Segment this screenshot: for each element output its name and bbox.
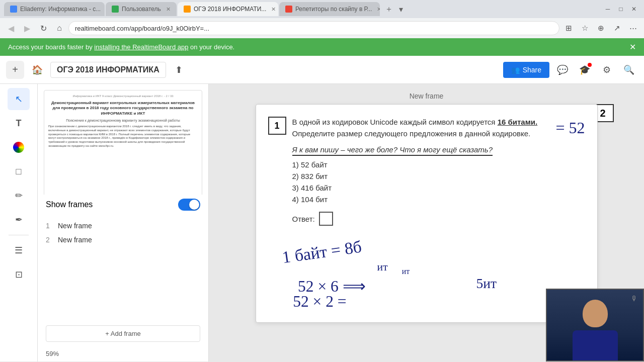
question-text2: Определите размер следующего предложения… [292, 128, 538, 140]
option-4-text: 104 бит [301, 195, 328, 204]
reload-button[interactable]: ↻ [36, 21, 50, 35]
panel-preview: Информатика и ИКТ 9 класс Демонстрационн… [38, 84, 208, 195]
frame-1-number: 1 [46, 222, 54, 230]
preview-subtitle: Пояснения к демонстрационному варианту э… [48, 118, 198, 123]
browser-controls: ◀ ▶ ↻ ⌂ realtimeboard.com/app/board/o9J_… [0, 18, 644, 38]
question-header: 1 В одной из кодировок Unicode каждый си… [268, 117, 585, 139]
sidebar-divider [9, 235, 29, 235]
browser-action-share[interactable]: ↗ [610, 21, 624, 35]
webcam-person: 🎙 [547, 290, 643, 360]
add-frame-button[interactable]: + Add frame [46, 325, 200, 342]
answer-label: Ответ: [292, 215, 315, 223]
address-text: realtimeboard.com/app/board/o9J_k0OirbY=… [75, 25, 209, 32]
search-button[interactable]: 🔍 [620, 61, 638, 79]
tab-3-favicon [184, 6, 191, 13]
svg-text:52 × 2  =: 52 × 2 = [293, 293, 346, 308]
tab-3[interactable]: ОГЭ 2018 ИНФОРМАТИ... ✕ [178, 2, 278, 16]
tab-2[interactable]: Пользователь ✕ [106, 2, 177, 16]
tab-bar: Eliademy: Информатика - с... ✕ Пользоват… [0, 0, 644, 18]
tab-3-close[interactable]: ✕ [271, 6, 276, 13]
tool-text[interactable]: T [8, 112, 30, 134]
browser-action-zoom[interactable]: ⊕ [594, 21, 608, 35]
question-highlight: 16 битами. [498, 118, 538, 126]
add-button[interactable]: + [6, 61, 24, 79]
toggle-switch[interactable] [178, 199, 200, 211]
maximize-button[interactable]: □ [615, 3, 627, 15]
banner-link[interactable]: installing the RealtimeBoard app [94, 43, 188, 51]
handwriting-svg: 1 байт = 8б ит ит 52 × 6 ⟹ 5ит 52 × 2 = [268, 238, 585, 308]
question-sentence: Я к вам пишу – чего же боле? Что я могу … [268, 145, 585, 154]
tab-3-label: ОГЭ 2018 ИНФОРМАТИ... [194, 6, 266, 13]
tool-pencil[interactable]: ✒ [8, 209, 30, 231]
back-button[interactable]: ◀ [4, 21, 18, 35]
person-head [583, 300, 608, 327]
answer-box [319, 212, 333, 226]
frame-2-label: New frame [58, 236, 92, 244]
home-button[interactable]: ⌂ [52, 21, 66, 35]
browser-action-menu[interactable]: ⋯ [626, 21, 640, 35]
banner-text: Access your boards faster by installing … [8, 43, 234, 51]
tab-1-favicon [10, 6, 17, 13]
tool-rectangle[interactable]: □ [8, 160, 30, 183]
tab-1[interactable]: Eliademy: Информатика - с... ✕ [4, 2, 105, 16]
option-1-text: 52 байт [301, 160, 328, 169]
address-bar[interactable]: realtimeboard.com/app/board/o9J_k0OirbY=… [68, 21, 559, 35]
question-text: В одной из кодировок Unicode каждый симв… [292, 117, 538, 128]
show-frames-label: Show frames [46, 200, 93, 209]
tool-pen[interactable]: ✏ [8, 185, 30, 207]
person-body [573, 330, 618, 360]
question-text-block: В одной из кодировок Unicode каждый симв… [292, 117, 538, 139]
close-button[interactable]: ✕ [628, 3, 640, 15]
upload-button[interactable]: ⬆ [170, 61, 188, 79]
option-4-num: 4) [292, 195, 299, 204]
tool-cursor[interactable]: ↖ [8, 88, 30, 110]
tab-list-button[interactable]: ▾ [397, 4, 405, 15]
question-number-box: 1 [268, 117, 286, 135]
canvas-area[interactable]: New frame 2 1 В одной из кодировок Unico… [209, 84, 644, 361]
tool-frame[interactable]: ⊡ [8, 263, 30, 286]
tab-4-favicon [285, 6, 292, 13]
toggle-knob [189, 200, 199, 210]
banner-close-button[interactable]: ✕ [629, 42, 636, 52]
new-tab-button[interactable]: ＋ [383, 3, 395, 16]
svg-text:1 байт = 8б: 1 байт = 8б [281, 238, 362, 266]
option-3-text: 416 байт [301, 184, 332, 192]
browser-action-extensions[interactable]: ⊞ [561, 21, 576, 35]
tab-4-label: Репетиторы по скайпу в Р... [295, 6, 372, 13]
option-1-num: 1) [292, 160, 299, 169]
minimize-button[interactable]: ─ [602, 3, 614, 15]
share-button[interactable]: 👥 Share [503, 62, 549, 78]
tab-4[interactable]: Репетиторы по скайпу в Р... ✕ [279, 2, 380, 16]
svg-text:ит: ит [377, 261, 388, 273]
tab-2-favicon [112, 6, 119, 13]
svg-text:ит: ит [401, 267, 409, 276]
app-header: + 🏠 ОГЭ 2018 ИНФОРМАТИКА ⬆ 👥 Share 💬 🎓 ⚙… [0, 56, 644, 84]
preview-body: При ознакомлении с демонстрационным вари… [48, 125, 198, 148]
tab-2-label: Пользователь [122, 6, 161, 13]
tab-4-close[interactable]: ✕ [377, 6, 380, 13]
edu-button[interactable]: 🎓 [576, 61, 594, 79]
option-3-num: 3) [292, 184, 299, 192]
option-3: 3) 416 байт [292, 184, 585, 192]
frame-2-number: 2 [46, 236, 54, 244]
settings-button[interactable]: ⚙ [598, 61, 616, 79]
tool-color[interactable] [8, 136, 30, 158]
forward-button[interactable]: ▶ [20, 21, 34, 35]
frame-item-2[interactable]: 2 New frame [46, 233, 200, 247]
show-frames-row: Show frames [38, 195, 208, 215]
tool-sticky[interactable]: ☰ [8, 239, 30, 261]
option-2: 2) 832 бит [292, 172, 585, 180]
browser-action-bookmark[interactable]: ☆ [578, 21, 592, 35]
preview-document: Информатика и ИКТ 9 класс Демонстрационн… [44, 90, 202, 195]
new-frame-label: New frame [410, 92, 444, 100]
frame-item-1[interactable]: 1 New frame [46, 219, 200, 233]
handwriting-area: 1 байт = 8б ит ит 52 × 6 ⟹ 5ит 52 × 2 = [268, 234, 585, 310]
tab-actions: ＋ ▾ [383, 3, 405, 16]
home-nav-button[interactable]: 🏠 [28, 61, 46, 79]
chat-button[interactable]: 💬 [553, 61, 572, 79]
svg-text:5ит: 5ит [476, 276, 497, 291]
answer-row: Ответ: [268, 212, 585, 226]
tab-2-close[interactable]: ✕ [166, 6, 171, 13]
share-icon: 👥 [511, 66, 520, 74]
option-1: 1) 52 байт [292, 160, 585, 169]
